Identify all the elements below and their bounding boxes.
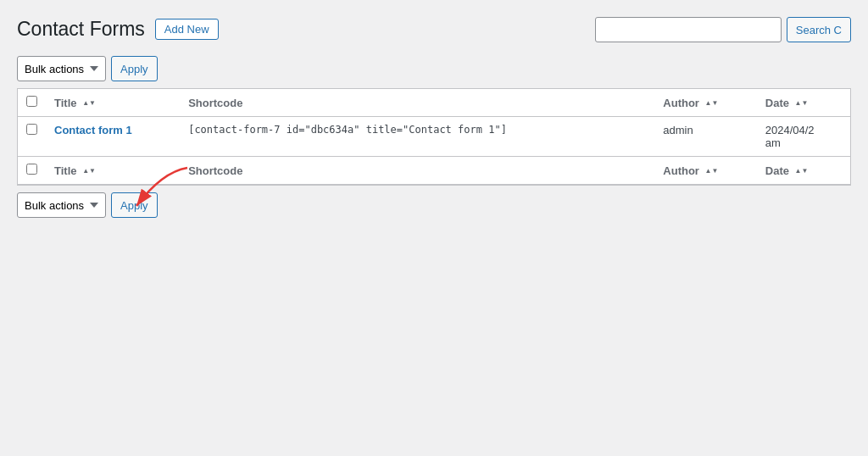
page-title: Contact Forms xyxy=(17,17,145,42)
footer-title-label: Title xyxy=(54,164,77,177)
top-toolbar: Bulk actions Apply xyxy=(17,56,851,81)
footer-sort-arrows-author: ▲▼ xyxy=(705,168,719,175)
select-all-footer-header[interactable] xyxy=(18,157,46,185)
select-all-footer-checkbox[interactable] xyxy=(26,164,37,175)
row-checkbox-cell[interactable] xyxy=(18,117,46,157)
table-header-row: Title ▲▼ Shortcode Author ▲▼ Date ▲▼ xyxy=(18,89,850,117)
footer-date-label: Date xyxy=(765,164,789,177)
column-date-label: Date xyxy=(765,97,789,109)
bulk-actions-select-bottom[interactable]: Bulk actions xyxy=(17,192,106,218)
footer-column-shortcode: Shortcode xyxy=(180,157,654,185)
footer-shortcode-label: Shortcode xyxy=(188,164,242,177)
footer-column-author[interactable]: Author ▲▼ xyxy=(654,157,756,185)
column-header-title[interactable]: Title ▲▼ xyxy=(46,89,180,117)
row-checkbox[interactable] xyxy=(26,124,37,135)
column-header-shortcode: Shortcode xyxy=(180,89,654,117)
footer-sort-arrows-title: ▲▼ xyxy=(82,168,96,175)
column-header-date[interactable]: Date ▲▼ xyxy=(757,89,850,117)
table-footer-row: Title ▲▼ Shortcode Author ▲▼ Date ▲▼ xyxy=(18,157,850,185)
row-author-cell: admin xyxy=(654,117,756,157)
select-all-header[interactable] xyxy=(18,89,46,117)
form-title-link[interactable]: Contact form 1 xyxy=(54,124,132,136)
column-shortcode-label: Shortcode xyxy=(188,97,242,109)
footer-sort-arrows-date: ▲▼ xyxy=(795,168,809,175)
sort-arrows-title: ▲▼ xyxy=(82,100,96,107)
footer-column-title[interactable]: Title ▲▼ xyxy=(46,157,180,185)
column-title-label: Title xyxy=(54,97,77,109)
row-date-cell: 2024/04/2 am xyxy=(757,117,850,157)
select-all-checkbox[interactable] xyxy=(26,96,37,107)
row-shortcode-cell: [contact-form-7 id="dbc634a" title="Cont… xyxy=(180,117,654,157)
sort-arrows-date: ▲▼ xyxy=(795,100,809,107)
add-new-button[interactable]: Add New xyxy=(155,19,219,40)
search-button[interactable]: Search C xyxy=(787,17,851,42)
table-row: Contact form 1 [contact-form-7 id="dbc63… xyxy=(18,117,850,157)
apply-button-top[interactable]: Apply xyxy=(111,56,158,81)
search-input[interactable] xyxy=(595,17,782,42)
column-author-label: Author xyxy=(663,97,699,109)
bottom-toolbar: Bulk actions Apply xyxy=(17,192,851,218)
footer-column-date[interactable]: Date ▲▼ xyxy=(757,157,850,185)
column-header-author[interactable]: Author ▲▼ xyxy=(654,89,756,117)
apply-button-bottom[interactable]: Apply xyxy=(111,192,158,218)
footer-author-label: Author xyxy=(663,164,699,177)
sort-arrows-author: ▲▼ xyxy=(705,100,719,107)
row-title-cell: Contact form 1 xyxy=(46,117,180,157)
bulk-actions-select-top[interactable]: Bulk actions xyxy=(17,56,106,81)
